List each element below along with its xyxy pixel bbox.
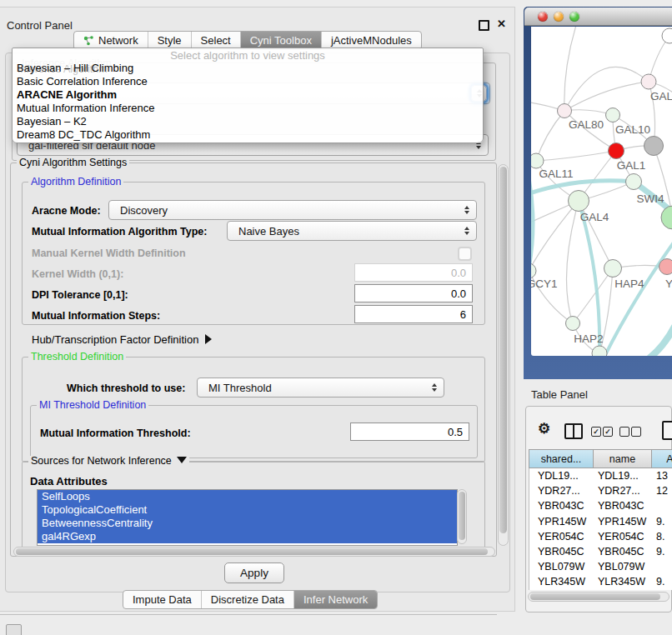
manual-kernel-checkbox[interactable] <box>458 247 472 261</box>
settings-vertical-scrollbar[interactable] <box>498 164 509 546</box>
apply-button[interactable]: Apply <box>224 562 284 583</box>
table-panel-title: Table Panel <box>531 388 588 401</box>
algorithm-option[interactable]: ARACNE Algorithm <box>13 88 483 102</box>
kernel-width-field[interactable]: 0.0 <box>354 263 473 282</box>
mi-steps-field[interactable]: 6 <box>354 305 473 323</box>
network-node-label: Y <box>665 278 672 290</box>
attributes-scrollbar[interactable] <box>457 489 467 544</box>
mi-threshold-field[interactable]: 0.5 <box>350 422 469 441</box>
close-panel-icon[interactable]: ✕ <box>497 18 506 30</box>
data-attribute-item[interactable]: TopologicalCoefficient <box>38 503 457 517</box>
settings-horizontal-scrollbar[interactable] <box>13 547 495 557</box>
network-node[interactable] <box>531 263 536 278</box>
data-attributes-label: Data Attributes <box>30 475 108 488</box>
algorithm-option[interactable]: Mutual Information Inference <box>13 102 483 115</box>
tab-style[interactable]: Style <box>148 32 191 49</box>
table-row[interactable]: YBR045CYBR045C9. <box>529 544 672 559</box>
kernel-width-label: Kernel Width (0,1): <box>32 268 123 280</box>
dpi-tolerance-field[interactable]: 0.0 <box>354 284 473 302</box>
table-row[interactable]: YBR043CYBR043C <box>529 498 672 513</box>
tab-select[interactable]: Select <box>191 32 240 49</box>
column-header-shared[interactable]: shared... <box>529 449 594 468</box>
which-threshold-label: Which threshold to use: <box>67 382 185 394</box>
table-row[interactable]: YDL19...YDL19...13 <box>529 468 672 483</box>
inference-algorithm-ghost-label: Inference Algorithm <box>18 63 108 75</box>
which-threshold-value: MI Threshold <box>208 382 272 394</box>
table-cell: 12 <box>656 485 668 497</box>
mi-threshold-label: Mutual Information Threshold: <box>40 428 191 439</box>
network-edge <box>579 201 599 353</box>
tab-network[interactable]: Network <box>74 32 148 49</box>
network-node[interactable] <box>626 174 642 190</box>
gear-icon[interactable]: ⚙ <box>538 422 550 437</box>
table-horizontal-scrollbar[interactable] <box>528 592 669 602</box>
minimize-window-icon[interactable] <box>554 12 564 22</box>
select-all-checkbox-icon[interactable]: ✓ <box>591 427 601 437</box>
column-header-partial[interactable]: A <box>652 449 672 468</box>
network-node[interactable] <box>606 108 620 122</box>
zoom-window-icon[interactable] <box>569 12 579 22</box>
table-row[interactable]: YPR145WYPR145W9. <box>529 514 672 529</box>
network-node[interactable] <box>662 28 672 43</box>
network-node[interactable] <box>641 74 656 89</box>
split-columns-icon[interactable] <box>564 423 583 439</box>
which-threshold-combo[interactable]: MI Threshold <box>197 378 444 398</box>
hub-definition-toggle[interactable]: Hub/Transcription Factor Definition <box>32 333 212 346</box>
table-row[interactable]: YIL052CYIL052C9 <box>529 590 672 591</box>
network-node[interactable] <box>604 260 622 278</box>
sources-group-title[interactable]: Sources for Network Inference <box>28 456 189 466</box>
table-cell: YDL19... <box>529 470 598 482</box>
algorithm-definition-title: Algorithm Definition <box>28 177 123 187</box>
data-attribute-item[interactable]: BetweennessCentrality <box>38 517 457 530</box>
network-node-label: SWI4 <box>636 192 664 205</box>
network-node[interactable] <box>661 206 672 229</box>
table-cell: YBL079W <box>598 561 656 572</box>
mi-steps-label: Mutual Information Steps: <box>32 310 160 322</box>
table-cell: YPR145W <box>598 516 656 528</box>
table-row[interactable]: YER054CYER054C8. <box>529 529 672 544</box>
table-row[interactable]: YDR27...YDR27...12 <box>529 483 672 498</box>
table-cell: YBR043C <box>598 500 656 512</box>
network-edge <box>644 320 672 356</box>
mi-type-combo[interactable]: Naive Bayes <box>227 221 477 241</box>
aracne-mode-combo[interactable]: Discovery <box>108 200 477 220</box>
data-attribute-item[interactable]: gal4RGexp <box>38 530 457 543</box>
network-node[interactable] <box>558 104 572 118</box>
network-canvas[interactable]: GALGAL80GAL10GAL1GAL11SWI4GAL4GCY1HAP4YH… <box>531 27 672 356</box>
select-all-checkbox-icon[interactable]: ✓ <box>603 427 613 437</box>
network-edge <box>566 201 579 323</box>
algorithm-option[interactable]: Basic Correlation Inference <box>13 75 483 88</box>
algorithm-option[interactable]: Bayesian – K2 <box>13 115 483 128</box>
algorithm-option[interactable]: Dream8 DC_TDC Algorithm <box>13 128 483 142</box>
table-row[interactable]: YLR345WYLR345W9. <box>529 574 672 589</box>
aracne-mode-label: Aracne Mode: <box>32 205 101 217</box>
network-window-titlebar[interactable] <box>524 8 672 26</box>
mi-threshold-value: 0.5 <box>448 426 463 438</box>
tab-jactivemnodules[interactable]: jActiveMNodules <box>321 32 421 49</box>
minimized-panel-icon[interactable] <box>6 624 22 635</box>
kernel-width-value: 0.0 <box>451 267 466 279</box>
network-node[interactable] <box>569 191 589 212</box>
aracne-mode-value: Discovery <box>120 204 168 217</box>
close-window-icon[interactable] <box>538 12 548 22</box>
tab-infer-network[interactable]: Infer Network <box>293 591 377 608</box>
network-node[interactable] <box>531 153 544 168</box>
tab-impute-data[interactable]: Impute Data <box>123 591 201 608</box>
network-node[interactable] <box>644 137 664 156</box>
network-node[interactable] <box>592 346 607 356</box>
export-table-icon[interactable] <box>662 421 672 440</box>
network-node-label: GAL80 <box>569 118 604 131</box>
table-cell: YPR145W <box>529 516 598 528</box>
network-node[interactable] <box>609 143 624 159</box>
float-panel-icon[interactable] <box>479 20 489 31</box>
combo-stepper-icon <box>459 202 474 218</box>
network-node[interactable] <box>659 259 672 275</box>
data-attribute-item[interactable]: SelfLoops <box>38 490 457 503</box>
network-node[interactable] <box>566 317 580 331</box>
tab-cyni-toolbox[interactable]: Cyni Toolbox <box>240 32 321 49</box>
tab-discretize-data[interactable]: Discretize Data <box>201 591 293 608</box>
deselect-all-checkbox-icon[interactable] <box>619 427 629 437</box>
deselect-all-checkbox-icon[interactable] <box>631 427 641 437</box>
column-header-name[interactable]: name <box>594 449 652 468</box>
table-row[interactable]: YBL079WYBL079W <box>529 559 672 574</box>
